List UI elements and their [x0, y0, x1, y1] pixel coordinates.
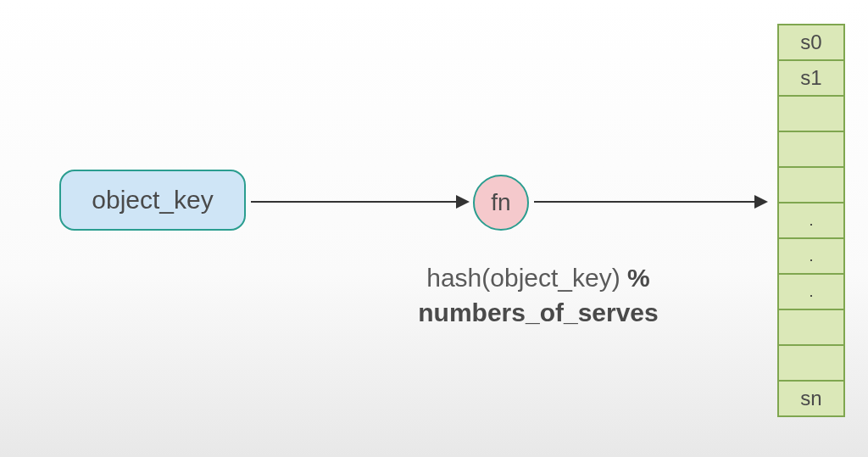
- arrow-fn-to-servers-head: [754, 195, 768, 209]
- server-cell-5: .: [779, 203, 843, 239]
- object-key-label: object_key: [92, 186, 213, 215]
- server-cell-9: [779, 346, 843, 382]
- server-list: s0 s1 . . . sn: [777, 24, 845, 417]
- formula-denominator: numbers_of_serves: [418, 298, 658, 326]
- arrow-fn-to-servers-line: [534, 201, 754, 203]
- server-cell-10: sn: [779, 382, 843, 417]
- hash-formula: hash(object_key) % numbers_of_serves: [326, 261, 750, 330]
- server-cell-2: [779, 97, 843, 132]
- server-cell-3: [779, 132, 843, 168]
- fn-label: fn: [491, 189, 510, 216]
- object-key-node: object_key: [59, 170, 246, 231]
- server-cell-8: [779, 310, 843, 346]
- server-cell-6: .: [779, 239, 843, 275]
- arrow-objectkey-to-fn-head: [456, 195, 470, 209]
- server-cell-7: .: [779, 275, 843, 310]
- formula-part1: hash(object_key): [426, 264, 627, 292]
- server-cell-1: s1: [779, 61, 843, 97]
- server-cell-4: [779, 168, 843, 203]
- server-cell-0: s0: [779, 25, 843, 61]
- formula-percent: %: [627, 264, 650, 292]
- arrow-objectkey-to-fn-line: [251, 201, 456, 203]
- fn-node: fn: [473, 175, 529, 231]
